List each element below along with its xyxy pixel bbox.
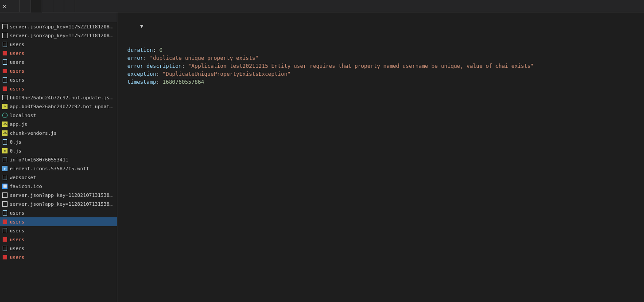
doc-icon [3,42,7,47]
tab-initiator[interactable] [53,0,64,12]
error-icon [3,86,7,91]
doc-icon [3,59,7,65]
item-label: server.json?app_key=117522111812087... [10,33,115,39]
list-item[interactable]: server.json?app_key=117522111812087... [0,31,117,40]
json-icon [2,95,8,100]
json-icon [2,192,8,198]
refresh-icon: ↻ [2,104,8,109]
preview-panel: ▼ duration: 0 error: "duplicate_unique_p… [117,12,644,302]
item-label: users [10,237,24,243]
list-item[interactable]: users [0,244,117,253]
tab-response[interactable] [42,0,53,12]
field-value: "Application test20211215 Entity user re… [188,63,534,69]
list-item[interactable]: users [0,40,117,49]
list-item[interactable]: users [0,67,117,75]
item-label: info?t=1680760553411 [10,157,68,163]
tabs-bar: × [0,0,644,12]
error-icon [3,255,7,259]
item-label: server.json?app_key=117522111812087... [10,24,115,30]
item-label: bb0f9ae26abc24b72c92.hot-update.json [10,95,115,101]
image-icon: ⬜ [2,184,8,189]
error-icon [3,51,7,55]
globe-icon [2,113,8,118]
preview-field: exception: "DuplicateUniquePropertyExist… [121,70,640,78]
network-list-panel: server.json?app_key=117522111812087...se… [0,12,117,302]
js-icon: JS [2,130,8,136]
tab-timing[interactable] [64,0,75,12]
item-label: users [10,42,24,47]
panel-header [0,12,117,22]
close-tab-btn[interactable]: × [0,0,9,12]
font-icon: F [2,166,8,171]
item-label: users [10,59,24,65]
list-item[interactable]: server.json?app_key=112821071315381... [0,200,117,208]
doc-icon [3,139,7,145]
preview-fields: duration: 0 error: "duplicate_unique_pro… [121,46,640,86]
expand-arrow[interactable]: ▼ [140,23,146,29]
field-value: 0 [159,47,163,53]
list-item[interactable]: users [0,58,117,67]
list-item[interactable]: users [0,226,117,235]
list-item[interactable]: users [0,75,117,84]
field-value: "duplicate_unique_property_exists" [150,55,259,61]
doc-icon [3,210,7,216]
doc-icon [3,246,7,251]
list-item[interactable]: bb0f9ae26abc24b72c92.hot-update.json [0,93,117,102]
item-label: websocket [10,175,36,180]
item-label: favicon.ico [10,184,42,189]
list-item[interactable]: server.json?app_key=117522111812087... [0,22,117,31]
network-list: server.json?app_key=117522111812087...se… [0,22,117,262]
list-item[interactable]: ↻app.bb0f9ae26abc24b72c92.hot-updat... [0,102,117,111]
preview-field: error: "duplicate_unique_property_exists… [121,54,640,62]
field-key: duration [127,47,153,53]
list-item[interactable]: ↻0.js [0,146,117,155]
list-item[interactable]: users [0,208,117,217]
list-item[interactable]: 0.js [0,137,117,146]
json-icon [2,24,8,29]
item-label: 0.js [10,139,22,145]
list-item[interactable]: info?t=1680760553411 [0,155,117,164]
item-label: app.js [10,122,27,127]
list-item[interactable]: users [0,84,117,93]
item-label: 0.js [10,148,22,154]
list-item[interactable]: JSchunk-vendors.js [0,129,117,137]
item-label: localhost [10,113,36,118]
preview-field: timestamp: 1680760557864 [121,78,640,86]
json-icon [2,201,8,207]
tab-preview[interactable] [31,0,42,12]
item-label: server.json?app_key=112821071315381... [10,201,115,207]
error-icon [3,220,7,224]
error-icon [3,237,7,242]
item-label: app.bb0f9ae26abc24b72c92.hot-updat... [10,104,115,110]
item-label: chunk-vendors.js [10,130,57,136]
list-item[interactable]: users [0,235,117,244]
doc-icon [3,175,7,180]
item-label: users [10,86,24,92]
field-key: timestamp [127,79,156,85]
tab-headers[interactable] [9,0,20,12]
list-item[interactable]: users [0,217,117,226]
list-item[interactable]: ⬜favicon.ico [0,182,117,191]
list-item[interactable]: Felement-icons.535877f5.woff [0,164,117,173]
list-item[interactable]: websocket [0,173,117,182]
item-label: users [10,77,24,83]
main-layout: server.json?app_key=117522111812087...se… [0,12,644,302]
item-label: users [10,255,24,260]
field-value: "DuplicateUniquePropertyExistsException" [163,71,291,77]
item-label: users [10,51,24,56]
item-label: users [10,246,24,251]
preview-field: error_description: "Application test2021… [121,62,640,70]
list-item[interactable]: JSapp.js [0,120,117,129]
list-item[interactable]: server.json?app_key=112821071315381... [0,191,117,200]
js-icon: JS [2,122,8,127]
item-label: users [10,210,24,216]
item-label: element-icons.535877f5.woff [10,166,89,172]
item-label: users [10,219,24,225]
list-item[interactable]: localhost [0,111,117,120]
field-value: 1680760557864 [163,79,204,85]
list-item[interactable]: users [0,253,117,262]
preview-field: duration: 0 [121,46,640,54]
list-item[interactable]: users [0,49,117,58]
tab-payload[interactable] [20,0,31,12]
field-key: exception [127,71,156,77]
